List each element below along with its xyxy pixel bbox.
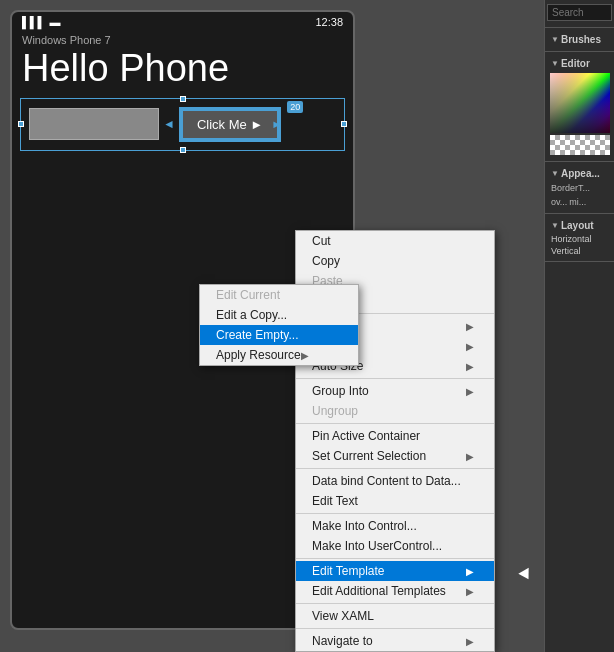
submenu-item-apply-resource[interactable]: Apply Resource ▶ <box>200 345 358 365</box>
submenu-item-edit-current: Edit Current <box>200 285 358 305</box>
horizontal-label: Horizontal <box>547 233 612 245</box>
set-current-arrow-icon: ▶ <box>466 451 474 462</box>
phone-button-wrapper: Click Me ► ► 20 <box>179 107 281 142</box>
handle-left <box>18 121 24 127</box>
menu-item-edit-additional-templates[interactable]: Edit Additional Templates ▶ <box>296 581 494 601</box>
layout-title[interactable]: ▼ Layout <box>547 218 612 233</box>
separator-6 <box>296 558 494 559</box>
menu-item-make-control[interactable]: Make Into Control... <box>296 516 494 536</box>
separator-3 <box>296 423 494 424</box>
phone-signal-icon: ▌▌▌ ▬ <box>22 16 60 28</box>
menu-item-navigate-to[interactable]: Navigate to ▶ <box>296 631 494 651</box>
apply-resource-arrow-icon: ▶ <box>301 350 309 361</box>
right-panel: ▼ Brushes ▼ Editor ▼ Appea... BorderT...… <box>544 0 614 652</box>
menu-item-databind[interactable]: Data bind Content to Data... <box>296 471 494 491</box>
border-t-label: BorderT... <box>547 181 612 195</box>
overflow-mi-labels: ov... mi... <box>547 195 612 209</box>
group-into-arrow-icon: ▶ <box>466 386 474 397</box>
menu-item-ungroup: Ungroup <box>296 401 494 421</box>
phone-carrier-label: Windows Phone 7 <box>12 32 353 48</box>
search-input[interactable] <box>547 4 612 21</box>
brushes-triangle-icon: ▼ <box>551 35 559 44</box>
menu-item-pin-active[interactable]: Pin Active Container <box>296 426 494 446</box>
selection-container: ◄ Click Me ► ► 20 <box>20 98 345 151</box>
phone-status-bar: ▌▌▌ ▬ 12:38 <box>12 12 353 32</box>
menu-item-edit-text[interactable]: Edit Text <box>296 491 494 511</box>
phone-textbox <box>29 108 159 140</box>
resize-handle-icon: ◄ <box>163 117 175 131</box>
order-arrow-icon: ▶ <box>466 321 474 332</box>
separator-7 <box>296 603 494 604</box>
color-overlay2 <box>550 73 610 133</box>
menu-item-set-current-selection[interactable]: Set Current Selection ▶ <box>296 446 494 466</box>
handle-top <box>180 96 186 102</box>
menu-item-make-usercontrol[interactable]: Make Into UserControl... <box>296 536 494 556</box>
phone-click-me-button[interactable]: Click Me ► <box>181 109 279 140</box>
badge: 20 <box>287 101 303 113</box>
appearance-triangle-icon: ▼ <box>551 169 559 178</box>
submenu-item-edit-copy[interactable]: Edit a Copy... <box>200 305 358 325</box>
appearance-title[interactable]: ▼ Appea... <box>547 166 612 181</box>
handle-bottom <box>180 147 186 153</box>
menu-item-copy[interactable]: Copy <box>296 251 494 271</box>
navigate-to-arrow-icon: ▶ <box>466 636 474 647</box>
menu-item-edit-template[interactable]: Edit Template ▶ <box>296 561 494 581</box>
menu-item-cut[interactable]: Cut <box>296 231 494 251</box>
edit-template-arrow-icon: ▶ <box>466 566 474 577</box>
editor-section: ▼ Editor <box>545 52 614 162</box>
auto-size-arrow-icon: ▶ <box>466 361 474 372</box>
phone-button-area: ◄ Click Me ► ► 20 <box>25 103 340 146</box>
menu-item-group-into[interactable]: Group Into ▶ <box>296 381 494 401</box>
separator-8 <box>296 628 494 629</box>
editor-triangle-icon: ▼ <box>551 59 559 68</box>
align-arrow-icon: ▶ <box>466 341 474 352</box>
handle-right <box>341 121 347 127</box>
separator-5 <box>296 513 494 514</box>
overflow-label: ov... <box>551 197 567 207</box>
editor-title[interactable]: ▼ Editor <box>547 56 612 71</box>
menu-item-view-xaml[interactable]: View XAML <box>296 606 494 626</box>
submenu-edit-template: Edit Current Edit a Copy... Create Empty… <box>199 284 359 366</box>
vertical-label: Vertical <box>547 245 612 257</box>
brushes-title[interactable]: ▼ Brushes <box>547 32 612 47</box>
layout-triangle-icon: ▼ <box>551 221 559 230</box>
grey-checker <box>550 135 610 155</box>
arrow-handle-right: ► <box>271 118 282 130</box>
submenu-item-create-empty[interactable]: Create Empty... <box>200 325 358 345</box>
search-section <box>545 0 614 28</box>
edit-additional-arrow-icon: ▶ <box>466 586 474 597</box>
color-swatch[interactable] <box>550 73 610 133</box>
separator-4 <box>296 468 494 469</box>
phone-time: 12:38 <box>315 16 343 28</box>
mi-label: mi... <box>569 197 586 207</box>
brushes-section: ▼ Brushes <box>545 28 614 52</box>
separator-2 <box>296 378 494 379</box>
phone-hello-text: Hello Phone <box>12 48 353 90</box>
appearance-section: ▼ Appea... BorderT... ov... mi... <box>545 162 614 214</box>
layout-section: ▼ Layout Horizontal Vertical <box>545 214 614 262</box>
